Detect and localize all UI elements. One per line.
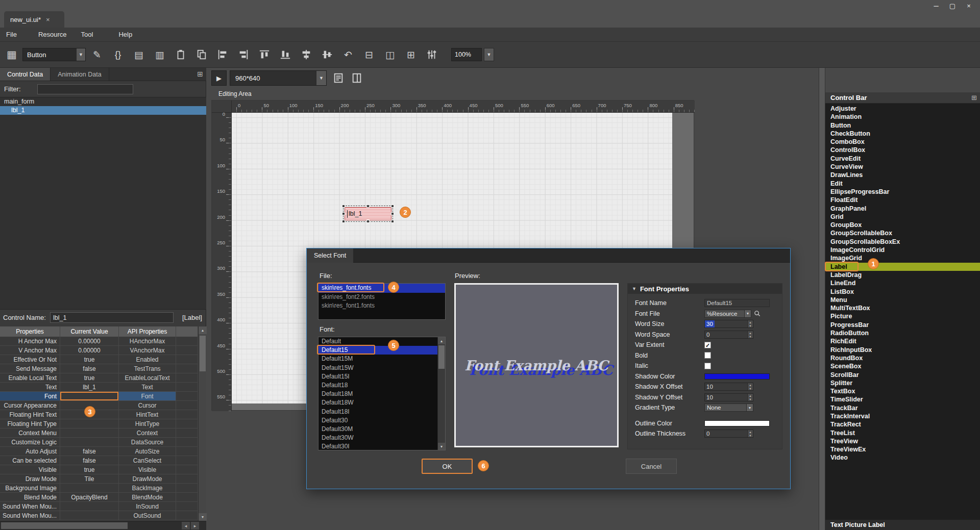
scrollbar-thumb[interactable] xyxy=(438,345,445,369)
resolution-combo[interactable]: 960*640 ▼ xyxy=(230,70,327,86)
property-value[interactable]: true xyxy=(60,373,119,383)
zoom-chevron-icon[interactable]: ▼ xyxy=(484,48,494,61)
property-value[interactable]: false xyxy=(60,447,119,456)
maximize-button[interactable]: ▢ xyxy=(944,0,961,11)
same-height-icon[interactable]: ◫ xyxy=(383,47,397,62)
left-panel-horizontal-scrollbar[interactable]: ◂ ▸ xyxy=(0,521,206,530)
font-list-scrollbar[interactable]: ▴ ▾ xyxy=(437,337,445,450)
properties-vertical-scrollbar[interactable]: ▴ ▾ xyxy=(198,326,206,521)
scroll-left-icon[interactable]: ◂ xyxy=(182,522,190,529)
property-value[interactable]: true xyxy=(60,465,119,474)
copy-icon[interactable] xyxy=(194,47,209,62)
font-properties-header[interactable]: ▼ Font Properties xyxy=(628,284,782,294)
property-value[interactable]: false xyxy=(60,364,119,373)
tab-close-icon[interactable]: × xyxy=(46,16,50,23)
control-bar-item-imagecontrolgrid[interactable]: ImageControlGrid xyxy=(825,246,980,254)
control-bar-item-grid[interactable]: Grid xyxy=(825,213,980,221)
document-tab[interactable]: new_ui.ui* × xyxy=(4,11,64,28)
scrollbar-thumb[interactable] xyxy=(1,522,128,529)
resize-handle[interactable] xyxy=(391,205,394,208)
control-bar-item-trackrect[interactable]: TrackRect xyxy=(825,420,980,428)
zoom-combo[interactable]: 100% xyxy=(451,48,482,61)
font-name-item[interactable]: Default15I xyxy=(318,372,438,381)
resize-handle[interactable] xyxy=(391,212,394,215)
control-bar-item-treeview[interactable]: TreeView xyxy=(825,437,980,445)
control-bar-item-combobox[interactable]: ComboBox xyxy=(825,138,980,146)
font-prop-spinner[interactable]: 0▴▾ xyxy=(704,331,753,339)
spinner-down-icon[interactable]: ▾ xyxy=(747,335,753,338)
braces-icon[interactable]: {} xyxy=(111,47,125,62)
close-button[interactable]: × xyxy=(961,0,977,11)
control-bar-item-edit[interactable]: Edit xyxy=(825,180,980,188)
font-prop-spinner[interactable]: 10▴▾ xyxy=(704,393,753,401)
scroll-up-icon[interactable]: ▴ xyxy=(199,326,207,334)
spinner-up-icon[interactable]: ▴ xyxy=(747,394,753,397)
edit-skin-icon[interactable]: ✎ xyxy=(90,47,104,62)
control-bar-item-animation[interactable]: Animation xyxy=(825,113,980,121)
panel-pin-icon[interactable]: ⊞ xyxy=(971,94,977,102)
font-file-item[interactable]: skin\res_font1.fonts xyxy=(318,301,445,311)
control-bar-item-groupbox[interactable]: GroupBox xyxy=(825,221,980,229)
font-name-item[interactable]: Default18M xyxy=(318,390,438,398)
layers-icon[interactable]: ▤ xyxy=(132,47,146,62)
font-prop-spinner[interactable]: 0▴▾ xyxy=(704,430,753,438)
resize-handle[interactable] xyxy=(342,205,345,208)
control-bar-item-labeldrag[interactable]: LabelDrag xyxy=(825,271,980,279)
center-horizontal-icon[interactable] xyxy=(299,47,313,62)
resize-handle[interactable] xyxy=(342,212,345,215)
control-bar-item-timeslider[interactable]: TimeSlider xyxy=(825,395,980,403)
control-bar-item-richinputbox[interactable]: RichInputBox xyxy=(825,346,980,354)
tab-animation-data[interactable]: Animation Data xyxy=(51,68,109,81)
form-grid-icon[interactable]: ▦ xyxy=(4,47,19,62)
font-prop-checkbox[interactable] xyxy=(704,352,711,359)
spinner-up-icon[interactable]: ▴ xyxy=(747,320,753,324)
font-name-item[interactable]: Default18I xyxy=(318,408,438,416)
control-bar-item-drawlines[interactable]: DrawLines xyxy=(825,171,980,179)
scroll-right-icon[interactable]: ▸ xyxy=(191,522,199,529)
control-bar-item-groupscrollablebox[interactable]: GroupScrollableBox xyxy=(825,229,980,237)
search-icon[interactable] xyxy=(754,310,761,317)
chevron-down-icon[interactable]: ▼ xyxy=(76,48,85,61)
control-bar-item-textbox[interactable]: TextBox xyxy=(825,387,980,395)
font-file-item[interactable]: skin\res_font.fonts xyxy=(318,284,445,293)
font-prop-color-swatch[interactable] xyxy=(704,420,770,426)
property-value[interactable]: Tile xyxy=(60,474,119,484)
align-top-icon[interactable] xyxy=(257,47,272,62)
font-name-item[interactable]: Default30I xyxy=(318,442,438,450)
control-bar-item-groupscrollableboxex[interactable]: GroupScrollableBoxEx xyxy=(825,238,980,246)
control-bar-item-imagegrid[interactable]: ImageGrid xyxy=(825,254,980,262)
chevron-down-icon[interactable]: ▼ xyxy=(744,310,751,317)
property-value[interactable]: 0.00000 xyxy=(60,337,119,346)
property-value[interactable] xyxy=(60,438,119,447)
font-prop-dropdown[interactable]: %Resource▼ xyxy=(704,310,751,318)
scroll-up-icon[interactable]: ▴ xyxy=(438,337,445,344)
font-name-item[interactable]: Default18 xyxy=(318,381,438,390)
spinner-up-icon[interactable]: ▴ xyxy=(747,383,753,387)
dialog-titlebar[interactable]: Select Font xyxy=(307,248,790,263)
menu-help[interactable]: Help xyxy=(112,28,138,41)
spinner-up-icon[interactable]: ▴ xyxy=(747,331,753,335)
property-value[interactable] xyxy=(60,392,119,401)
control-bar-item-ellipseprogressbar[interactable]: EllipseProgressBar xyxy=(825,188,980,196)
align-left-icon[interactable] xyxy=(215,47,230,62)
control-bar-item-floatedit[interactable]: FloatEdit xyxy=(825,196,980,204)
font-prop-dropdown[interactable]: None▼ xyxy=(704,403,753,412)
font-name-item[interactable]: Default30 xyxy=(318,416,438,425)
font-prop-checkbox[interactable]: ✓ xyxy=(704,342,711,348)
control-bar-item-graphpanel[interactable]: GraphPanel xyxy=(825,205,980,213)
control-bar-item-label[interactable]: Label xyxy=(825,263,980,271)
font-name-item[interactable]: Default15M xyxy=(318,355,438,363)
control-bar-item-richedit[interactable]: RichEdit xyxy=(825,337,980,345)
control-bar-item-button[interactable]: Button xyxy=(825,121,980,130)
font-prop-spinner[interactable]: 10▴▾ xyxy=(704,383,753,391)
control-bar-item-multitextbox[interactable]: MultiTextBox xyxy=(825,304,980,312)
property-value[interactable] xyxy=(60,502,119,511)
scroll-down-icon[interactable]: ▾ xyxy=(199,513,207,521)
font-name-item[interactable]: Default xyxy=(318,337,438,346)
scroll-down-icon[interactable]: ▾ xyxy=(438,443,445,450)
property-value[interactable]: OpacityBlend xyxy=(60,493,119,502)
control-bar-item-lineend[interactable]: LineEnd xyxy=(825,279,980,287)
control-bar-item-scenebox[interactable]: SceneBox xyxy=(825,362,980,370)
control-bar-item-video[interactable]: Video xyxy=(825,453,980,462)
property-value[interactable]: false xyxy=(60,456,119,465)
